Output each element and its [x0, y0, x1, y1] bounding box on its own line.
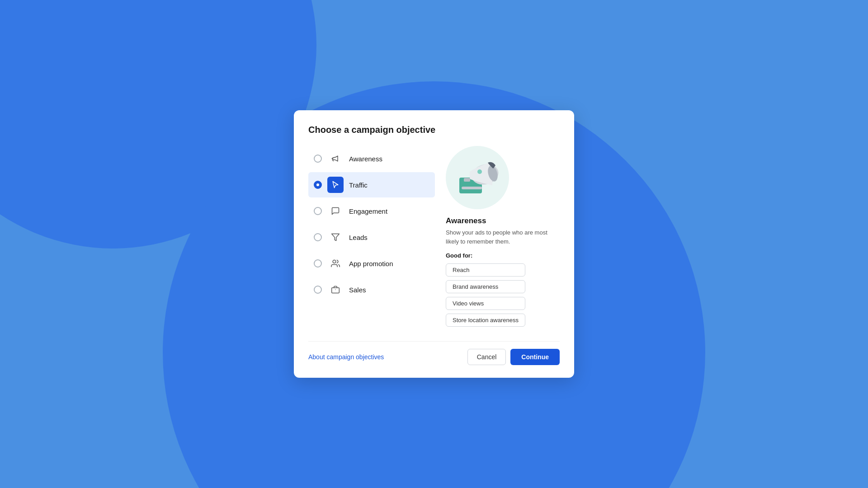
modal-footer: About campaign objectives Cancel Continu…: [308, 341, 560, 365]
option-sales[interactable]: Sales: [308, 277, 435, 302]
filter-icon: [331, 233, 340, 242]
svg-point-2: [333, 260, 336, 263]
option-label-leads: Leads: [349, 234, 368, 241]
option-label-engagement: Engagement: [349, 207, 387, 215]
footer-buttons: Cancel Continue: [467, 349, 560, 365]
svg-rect-3: [332, 288, 340, 293]
radio-app-promotion: [314, 259, 322, 267]
tag-store-location: Store location awareness: [446, 314, 525, 327]
svg-marker-0: [333, 182, 338, 188]
option-label-sales: Sales: [349, 286, 366, 294]
continue-button[interactable]: Continue: [510, 349, 560, 365]
campaign-objective-modal: Choose a campaign objective Awareness: [294, 110, 574, 378]
svg-marker-1: [332, 234, 340, 241]
radio-engagement: [314, 207, 322, 215]
radio-traffic: [314, 181, 322, 189]
tag-brand-awareness: Brand awareness: [446, 280, 525, 293]
chat-icon: [331, 206, 340, 216]
cursor-icon: [331, 180, 340, 189]
option-icon-box-traffic: [327, 177, 344, 193]
options-list: Awareness Traffic: [308, 146, 435, 327]
option-icon-box-sales: [327, 282, 344, 298]
about-objectives-link[interactable]: About campaign objectives: [308, 353, 384, 361]
svg-rect-9: [464, 178, 470, 182]
modal-title: Choose a campaign objective: [308, 125, 560, 135]
tags-container: Reach Brand awareness Video views Store …: [446, 263, 525, 327]
detail-illustration: [446, 146, 509, 209]
detail-title: Awareness: [446, 216, 486, 225]
option-leads[interactable]: Leads: [308, 225, 435, 250]
option-icon-box-leads: [327, 229, 344, 245]
megaphone-icon: [331, 154, 340, 163]
cancel-button[interactable]: Cancel: [467, 349, 506, 365]
svg-point-8: [477, 169, 482, 174]
radio-awareness: [314, 155, 322, 163]
modal-body: Awareness Traffic: [308, 146, 560, 327]
radio-leads: [314, 233, 322, 241]
option-engagement[interactable]: Engagement: [308, 198, 435, 224]
detail-panel: Awareness Show your ads to people who ar…: [446, 146, 560, 327]
tag-reach: Reach: [446, 263, 525, 277]
svg-rect-10: [462, 187, 482, 189]
radio-traffic-inner: [316, 183, 319, 186]
users-icon: [331, 259, 340, 268]
good-for-label: Good for:: [446, 252, 472, 259]
option-icon-box-awareness: [327, 150, 344, 167]
option-icon-box-engagement: [327, 203, 344, 219]
option-traffic[interactable]: Traffic: [308, 172, 435, 197]
option-app-promotion[interactable]: App promotion: [308, 251, 435, 276]
option-label-traffic: Traffic: [349, 181, 368, 189]
option-label-awareness: Awareness: [349, 155, 382, 163]
tag-video-views: Video views: [446, 297, 525, 310]
radio-sales: [314, 286, 322, 294]
option-label-app-promotion: App promotion: [349, 260, 393, 267]
option-icon-box-app-promotion: [327, 255, 344, 272]
detail-description: Show your ads to people who are most lik…: [446, 228, 560, 246]
option-awareness[interactable]: Awareness: [308, 146, 435, 171]
megaphone-illustration: [453, 153, 502, 202]
briefcase-icon: [331, 285, 340, 294]
